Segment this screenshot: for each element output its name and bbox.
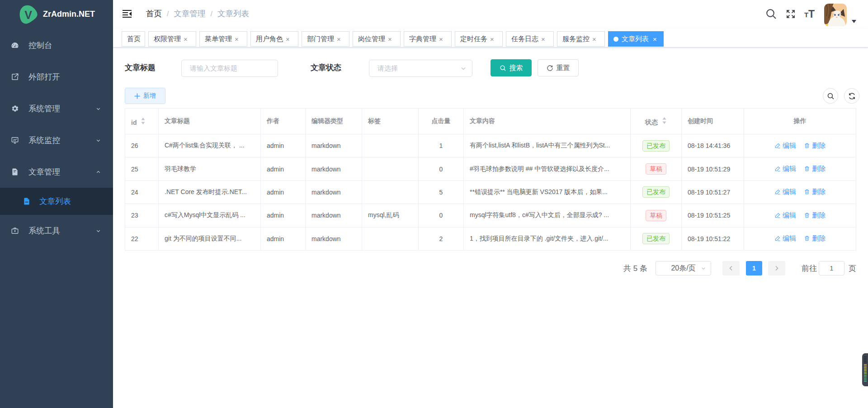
svg-text:V: V (24, 9, 32, 21)
svg-text:T: T (808, 9, 815, 19)
svg-text:T: T (804, 11, 808, 19)
